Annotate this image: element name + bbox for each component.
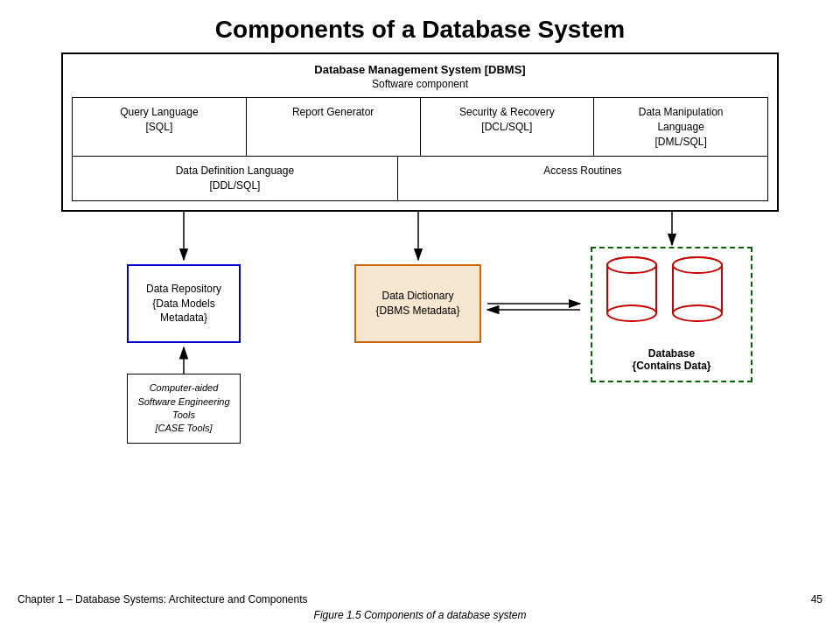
data-repository-box: Data Repository{Data ModelsMetadata} [127,264,241,343]
footer-right: 45 [811,593,822,606]
svg-point-13 [607,257,656,273]
database-box: Database{Contains Data} [591,247,752,382]
report-generator-cell: Report Generator [247,98,421,156]
footer: Chapter 1 – Database Systems: Architectu… [0,593,840,606]
data-dictionary-label: Data Dictionary{DBMS Metadata} [375,289,459,318]
bottom-row: Data Definition Language[DDL/SQL] Access… [73,157,767,200]
dbms-subtitle: Software component [72,78,768,90]
top-row: Query Language[SQL] Report Generator Sec… [73,98,767,157]
case-tools-label: Computer-aidedSoftware EngineeringTools[… [137,382,229,436]
svg-point-19 [673,257,722,273]
svg-point-18 [673,305,722,321]
query-language-cell: Query Language[SQL] [73,98,247,156]
access-routines-cell: Access Routines [398,157,767,200]
footer-left: Chapter 1 – Database Systems: Architectu… [18,593,308,606]
dbms-title: Database Management System [DBMS] [72,63,768,76]
lower-section: Data Repository{Data ModelsMetadata} Dat… [61,212,779,457]
security-recovery-cell: Security & Recovery[DCL/SQL] [421,98,595,156]
data-dictionary-box: Data Dictionary{DBMS Metadata} [354,264,481,343]
svg-point-12 [607,305,656,321]
database-cylinders [592,253,752,349]
case-tools-box: Computer-aidedSoftware EngineeringTools[… [127,374,241,444]
figure-caption: Figure 1.5 Components of a database syst… [0,609,840,621]
dbms-box: Database Management System [DBMS] Softwa… [61,52,779,212]
data-repository-label: Data Repository{Data ModelsMetadata} [146,282,221,326]
page-title: Components of a Database System [0,0,840,52]
database-label: Database{Contains Data} [592,347,751,372]
components-grid: Query Language[SQL] Report Generator Sec… [72,97,768,201]
ddl-cell: Data Definition Language[DDL/SQL] [73,157,398,200]
data-manipulation-cell: Data ManipulationLanguage[DML/SQL] [594,98,767,156]
